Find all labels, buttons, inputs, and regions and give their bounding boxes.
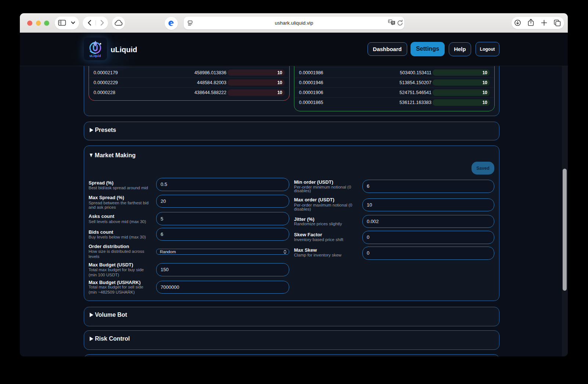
svg-text:uLiquid: uLiquid <box>90 54 101 57</box>
